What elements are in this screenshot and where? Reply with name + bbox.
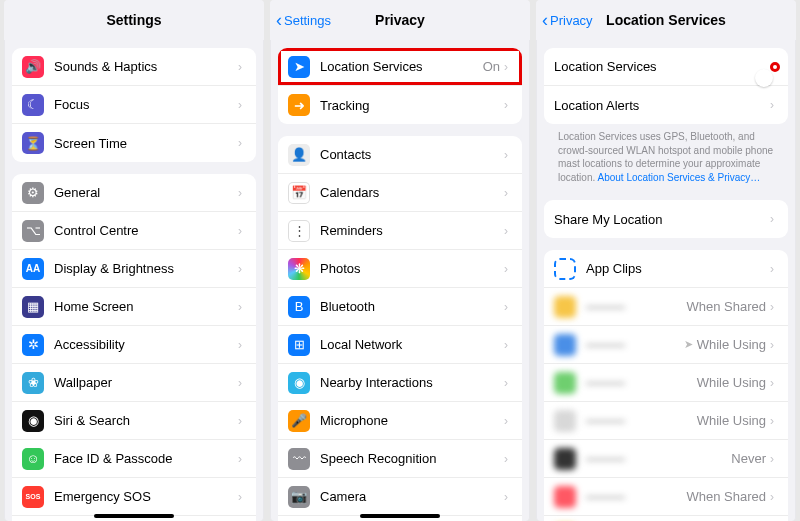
chevron-right-icon: › (238, 452, 246, 466)
row-label: Contacts (320, 147, 504, 162)
chevron-right-icon: › (770, 300, 778, 314)
privacy-row-photos[interactable]: ❋Photos› (278, 250, 522, 288)
reminders-icon: ⋮ (288, 220, 310, 242)
app-clips-row[interactable]: App Clips › (544, 250, 788, 288)
chevron-right-icon: › (504, 300, 512, 314)
row-label: Speech Recognition (320, 451, 504, 466)
row-label: Siri & Search (54, 413, 238, 428)
app-name-blurred: ——— (586, 299, 687, 314)
app-location-row[interactable]: ———When Shared› (544, 288, 788, 326)
chevron-left-icon: ‹ (276, 11, 282, 29)
privacy-row-camera[interactable]: 📷Camera› (278, 478, 522, 516)
privacy-section: 👤Contacts›📅Calendars›⋮Reminders›❋Photos›… (278, 136, 522, 521)
chevron-right-icon: › (238, 186, 246, 200)
settings-row-general[interactable]: ⚙General› (12, 174, 256, 212)
footnote-link[interactable]: About Location Services & Privacy… (597, 172, 760, 183)
app-location-row[interactable]: ———➤While Using› (544, 326, 788, 364)
chevron-right-icon: › (770, 490, 778, 504)
settings-row-emergency-sos[interactable]: SOSEmergency SOS› (12, 478, 256, 516)
settings-row-wallpaper[interactable]: ❀Wallpaper› (12, 364, 256, 402)
app-icon (554, 448, 576, 470)
calendars-icon: 📅 (288, 182, 310, 204)
privacy-row-microphone[interactable]: 🎤Microphone› (278, 402, 522, 440)
settings-scroll[interactable]: 🔊Sounds & Haptics›☾Focus›⏳Screen Time›⚙G… (4, 40, 264, 521)
chevron-right-icon: › (504, 224, 512, 238)
app-location-row[interactable]: ———Never› (544, 440, 788, 478)
settings-row-control-centre[interactable]: ⌥Control Centre› (12, 212, 256, 250)
app-location-row[interactable]: ———While Using› (544, 516, 788, 521)
chevron-right-icon: › (238, 136, 246, 150)
app-location-row[interactable]: ———When Shared› (544, 478, 788, 516)
general-icon: ⚙ (22, 182, 44, 204)
row-label: Nearby Interactions (320, 375, 504, 390)
header: Settings (4, 0, 264, 40)
page-title: Privacy (375, 12, 425, 28)
accessibility-icon: ✲ (22, 334, 44, 356)
app-location-row[interactable]: ———While Using› (544, 364, 788, 402)
display-brightness-icon: AA (22, 258, 44, 280)
home-indicator (94, 514, 174, 518)
back-button[interactable]: ‹ Settings (276, 0, 331, 40)
speech-recognition-icon: 〰 (288, 448, 310, 470)
chevron-right-icon: › (504, 262, 512, 276)
contacts-icon: 👤 (288, 144, 310, 166)
chevron-right-icon: › (238, 490, 246, 504)
privacy-row-location-services[interactable]: ➤Location ServicesOn› (278, 48, 522, 86)
settings-row-siri-search[interactable]: ◉Siri & Search› (12, 402, 256, 440)
privacy-row-contacts[interactable]: 👤Contacts› (278, 136, 522, 174)
settings-row-display-brightness[interactable]: AADisplay & Brightness› (12, 250, 256, 288)
privacy-row-calendars[interactable]: 📅Calendars› (278, 174, 522, 212)
share-location-row[interactable]: Share My Location › (544, 200, 788, 238)
settings-row-home-screen[interactable]: ▦Home Screen› (12, 288, 256, 326)
page-title: Location Services (606, 12, 726, 28)
share-section: Share My Location › (544, 200, 788, 238)
photos-icon: ❋ (288, 258, 310, 280)
chevron-right-icon: › (504, 186, 512, 200)
back-label: Settings (284, 13, 331, 28)
row-label: Accessibility (54, 337, 238, 352)
privacy-row-nearby-interactions[interactable]: ◉Nearby Interactions› (278, 364, 522, 402)
privacy-row-bluetooth[interactable]: BBluetooth› (278, 288, 522, 326)
chevron-right-icon: › (238, 300, 246, 314)
privacy-section: ➤Location ServicesOn›➜Tracking› (278, 48, 522, 124)
settings-row-accessibility[interactable]: ✲Accessibility› (12, 326, 256, 364)
privacy-row-speech-recognition[interactable]: 〰Speech Recognition› (278, 440, 522, 478)
app-location-status: While Using (697, 413, 766, 428)
chevron-right-icon: › (504, 98, 512, 112)
sounds-haptics-icon: 🔊 (22, 56, 44, 78)
chevron-right-icon: › (504, 452, 512, 466)
privacy-row-local-network[interactable]: ⊞Local Network› (278, 326, 522, 364)
privacy-row-tracking[interactable]: ➜Tracking› (278, 86, 522, 124)
settings-row-face-id-passcode[interactable]: ☺Face ID & Passcode› (12, 440, 256, 478)
row-label: Reminders (320, 223, 504, 238)
settings-section: 🔊Sounds & Haptics›☾Focus›⏳Screen Time› (12, 48, 256, 162)
row-label: Screen Time (54, 136, 238, 151)
privacy-scroll[interactable]: ➤Location ServicesOn›➜Tracking›👤Contacts… (270, 40, 530, 521)
location-services-icon: ➤ (288, 56, 310, 78)
location-services-row[interactable]: Location Services (544, 48, 788, 86)
row-label: Control Centre (54, 223, 238, 238)
app-icon (554, 410, 576, 432)
loc-toggle-section: Location Services Location Alerts › (544, 48, 788, 124)
home-screen-icon: ▦ (22, 296, 44, 318)
chevron-right-icon: › (504, 60, 512, 74)
back-button[interactable]: ‹ Privacy (542, 0, 593, 40)
settings-section: ⚙General›⌥Control Centre›AADisplay & Bri… (12, 174, 256, 521)
chevron-right-icon: › (238, 376, 246, 390)
siri-search-icon: ◉ (22, 410, 44, 432)
home-indicator (360, 514, 440, 518)
location-alerts-row[interactable]: Location Alerts › (544, 86, 788, 124)
app-location-status: While Using (697, 337, 766, 352)
location-arrow-icon: ➤ (684, 338, 693, 351)
app-icon (554, 372, 576, 394)
header: ‹ Privacy Location Services (536, 0, 796, 40)
settings-row-sounds-haptics[interactable]: 🔊Sounds & Haptics› (12, 48, 256, 86)
location-scroll[interactable]: Location Services Location Alerts › Loca… (536, 40, 796, 521)
privacy-row-reminders[interactable]: ⋮Reminders› (278, 212, 522, 250)
row-label: Tracking (320, 98, 504, 113)
app-location-row[interactable]: ———While Using› (544, 402, 788, 440)
settings-row-focus[interactable]: ☾Focus› (12, 86, 256, 124)
settings-row-screen-time[interactable]: ⏳Screen Time› (12, 124, 256, 162)
chevron-right-icon: › (238, 338, 246, 352)
chevron-right-icon: › (504, 338, 512, 352)
